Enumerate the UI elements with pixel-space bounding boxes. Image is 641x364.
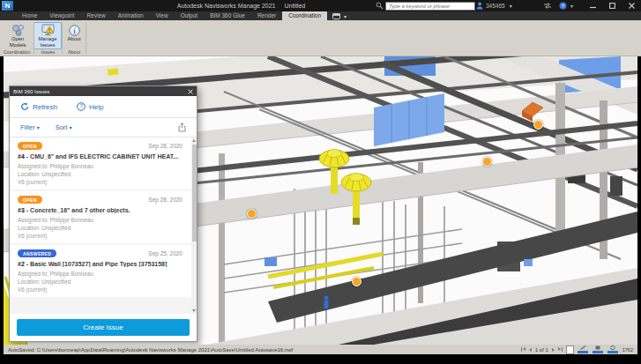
issue-id: #4 [18, 153, 25, 160]
refresh-button[interactable]: Refresh [20, 102, 57, 111]
status-badge: OPEN [18, 196, 42, 204]
minimize-button[interactable] [583, 0, 602, 11]
search-scope-icon[interactable] [376, 1, 384, 11]
viewport[interactable]: BIM 360 Issues Refresh ? Help Filter▾ [4, 56, 637, 345]
manage-issues-label: Manage Issues [34, 36, 61, 48]
manage-issues-icon [41, 24, 55, 36]
tab-coordination[interactable]: Coordination [282, 11, 327, 20]
about-button[interactable]: i About [63, 22, 85, 49]
pencil-icon [580, 345, 586, 350]
svg-text:?: ? [79, 103, 83, 109]
maximize-button[interactable] [602, 0, 622, 11]
issue-date: Sep 28, 2020 [148, 197, 183, 203]
account-id: 345465 [486, 3, 505, 9]
ribbon: Open Models Manage Issues i About Coordi… [0, 20, 641, 56]
share-icon [178, 123, 186, 132]
panel-title-bar[interactable]: BIM 360 Issues [10, 86, 197, 96]
web-progress-meter [607, 345, 619, 353]
panel-toolbar: Refresh ? Help [10, 96, 197, 118]
issue-date: Sep 28, 2020 [148, 143, 183, 149]
scrollbar-thumb[interactable] [192, 145, 197, 241]
title-bar: N Autodesk Navisworks Manage 2021 Untitl… [0, 0, 641, 11]
issue-version: V6 (current) [18, 286, 183, 293]
refresh-icon [20, 102, 29, 111]
next-sheet-button[interactable] [552, 348, 555, 352]
issue-location: Location: Unspecified [18, 170, 183, 178]
issue-pin-4[interactable] [352, 277, 361, 286]
manage-issues-button[interactable]: Manage Issues [34, 22, 62, 49]
issue-pin-1[interactable] [533, 120, 543, 130]
last-sheet-button[interactable] [558, 347, 563, 352]
app-title: Autodesk Navisworks Manage 2021 [177, 3, 276, 9]
group-separator [62, 22, 63, 54]
create-issue-button[interactable]: Create Issue [17, 319, 190, 336]
issue-title: - Basic Wall [1073527] and Pipe Types [3… [26, 261, 168, 267]
issue-card[interactable]: OPEN Sep 28, 2020 #3- Concrete_16" and 7… [10, 191, 197, 243]
sort-dropdown[interactable]: Sort▾ [56, 123, 72, 131]
ribbon-display-toggle[interactable]: ▾ [332, 11, 347, 20]
ribbon-state-icon [332, 13, 340, 19]
close-button[interactable] [622, 0, 641, 11]
group-label-issues: Issues [34, 48, 62, 56]
tab-output[interactable]: Output [175, 11, 205, 20]
group-separator [86, 22, 86, 54]
sort-label: Sort [56, 123, 68, 131]
scroll-down-icon[interactable] [192, 309, 196, 312]
panel-scrollbar[interactable] [191, 137, 197, 314]
export-button[interactable] [178, 123, 186, 132]
filter-dropdown[interactable]: Filter▾ [20, 123, 40, 131]
status-badge: ANSWERED [18, 249, 56, 257]
ribbon-tab-bar: Home Viewpoint Review Animation View Out… [0, 11, 641, 20]
sheet-indicator: 1 of 1 [535, 347, 548, 353]
tab-home[interactable]: Home [16, 11, 43, 20]
group-label-about: About [63, 48, 86, 56]
issue-title: - CMU_6" and IFS ELECTRIC CABINET UNIT H… [26, 153, 178, 160]
tab-bim360glue[interactable]: BIM 360 Glue [204, 11, 251, 20]
sheet-browser-icon[interactable] [566, 345, 574, 354]
globe-icon [610, 345, 615, 350]
about-info-icon: i [69, 25, 80, 36]
help-menu[interactable]: ? ▾ [559, 1, 573, 11]
issue-title: - Concrete_16" and 7 other objects. [26, 207, 130, 213]
issue-pin-3[interactable] [247, 209, 257, 219]
tab-animation[interactable]: Animation [112, 11, 150, 20]
tab-view[interactable]: View [150, 11, 175, 20]
issue-assigned: Assigned to: Philippe Bonneau [18, 216, 183, 224]
account-menu[interactable]: 345465 ▾ [476, 1, 512, 11]
tab-render[interactable]: Render [251, 11, 282, 20]
pencil-progress-meter [578, 345, 589, 353]
issue-id: #2 [18, 261, 25, 267]
help-button[interactable]: ? Help [77, 102, 103, 111]
disk-progress-meter [593, 345, 604, 353]
open-models-button[interactable]: Open Models [4, 22, 32, 49]
first-sheet-button[interactable] [521, 347, 525, 352]
tab-review[interactable]: Review [80, 11, 111, 20]
previous-sheet-button[interactable] [529, 348, 532, 352]
status-badge: OPEN [18, 142, 42, 150]
issue-assigned: Assigned to: Philippe Bonneau [18, 270, 183, 278]
bim360-issues-panel: BIM 360 Issues Refresh ? Help Filter▾ [9, 85, 198, 342]
issue-card[interactable]: ANSWERED Sep 25, 2020 #2- Basic Wall [10… [10, 245, 197, 297]
issue-card[interactable]: OPEN Sep 28, 2020 #4- CMU_6" and IFS ELE… [10, 137, 197, 189]
memory-indicator: 1762 [622, 347, 633, 353]
tab-viewpoint[interactable]: Viewpoint [43, 11, 80, 20]
help-caret-icon: ▾ [570, 3, 573, 9]
autosave-status: AutoSaved: C:\Users\bonneap\AppData\Roam… [8, 347, 293, 353]
ribbon-toggle-caret-icon: ▾ [344, 13, 347, 19]
navisworks-app-icon[interactable]: N [2, 1, 13, 11]
search-input[interactable] [385, 2, 475, 11]
scroll-up-icon[interactable] [192, 139, 196, 142]
issue-list: OPEN Sep 28, 2020 #4- CMU_6" and IFS ELE… [10, 137, 197, 314]
open-models-label: Open Models [4, 36, 31, 48]
filter-sort-row: Filter▾ Sort▾ [10, 118, 197, 137]
open-models-icon [11, 24, 25, 36]
exchange-apps-icon[interactable] [543, 1, 552, 11]
document-name: Untitled [284, 3, 305, 9]
panel-help-icon: ? [77, 102, 86, 111]
panel-close-icon[interactable] [188, 89, 193, 94]
panel-title: BIM 360 Issues [13, 89, 49, 94]
issue-location: Location: Unspecified [18, 224, 183, 232]
sort-caret-icon: ▾ [69, 125, 71, 130]
refresh-label: Refresh [33, 103, 57, 111]
issue-pin-2[interactable] [482, 157, 492, 167]
